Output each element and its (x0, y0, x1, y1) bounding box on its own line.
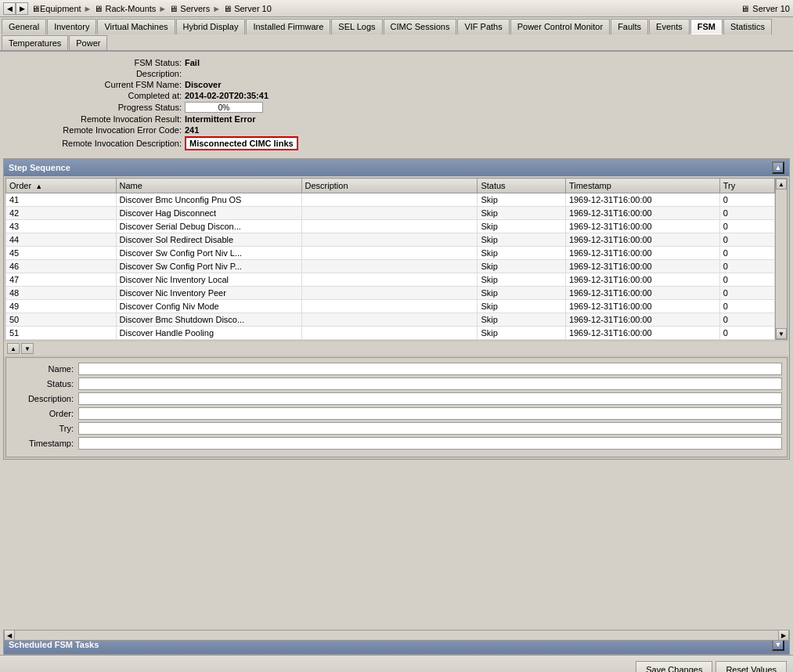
table-scrollbar-track (776, 190, 787, 328)
fsm-status-value: Fail (185, 58, 200, 67)
detail-try-label: Try: (11, 424, 74, 433)
tab-sel-logs[interactable]: SEL Logs (331, 19, 382, 34)
tab-inventory[interactable]: Inventory (47, 19, 96, 34)
table-scroll-bottom-btn[interactable]: ▼ (776, 328, 787, 339)
fsm-invocation-desc-label: Remote Invocation Description: (9, 139, 182, 148)
step-sequence-header: Step Sequence ▲ (4, 159, 789, 176)
nav-forward-button[interactable]: ▶ (16, 2, 28, 15)
detail-try-row: Try: (11, 422, 782, 435)
table-row[interactable]: 50Discover Bmc Shutdown Disco...Skip1969… (6, 313, 775, 327)
breadcrumb-server10[interactable]: 🖥 Server 10 (223, 4, 272, 13)
tab-faults[interactable]: Faults (611, 19, 648, 34)
table-cell-description (301, 287, 478, 300)
col-header-description[interactable]: Description (301, 179, 478, 193)
fsm-error-code-row: Remote Invocation Error Code: 241 (9, 125, 784, 135)
table-row[interactable]: 45Discover Sw Config Port Niv L...Skip19… (6, 247, 775, 260)
col-header-order[interactable]: Order ▲ (6, 179, 117, 193)
table-scroll-top-btn[interactable]: ▲ (776, 179, 787, 190)
detail-timestamp-label: Timestamp: (11, 439, 74, 448)
table-cell-description (301, 273, 478, 287)
fsm-description-label: Description: (9, 69, 182, 78)
tab-statistics[interactable]: Statistics (723, 19, 772, 34)
nav-back-button[interactable]: ◀ (3, 2, 16, 15)
table-cell-try: 0 (719, 220, 774, 233)
fsm-progress-value: 0% (218, 103, 229, 112)
fsm-error-code-value: 241 (185, 125, 199, 135)
table-cell-status: Skip (478, 193, 565, 207)
tab-virtual-machines[interactable]: Virtual Machines (97, 19, 175, 34)
fsm-completed-at-row: Completed at: 2014-02-20T20:35:41 (9, 91, 784, 100)
detail-try-field[interactable] (78, 422, 782, 435)
spacer (3, 463, 790, 652)
table-row[interactable]: 49Discover Config Niv ModeSkip1969-12-31… (6, 300, 775, 313)
table-cell-status: Skip (478, 273, 565, 287)
detail-status-field[interactable] (78, 378, 782, 390)
expand-down-btn[interactable]: ▼ (21, 343, 34, 354)
col-header-timestamp[interactable]: Timestamp (565, 179, 719, 193)
detail-name-row: Name: (11, 363, 782, 375)
col-header-status[interactable]: Status (478, 179, 565, 193)
reset-values-button[interactable]: Reset Values (716, 661, 787, 673)
col-header-try[interactable]: Try (719, 179, 774, 193)
table-row[interactable]: 48Discover Nic Inventory PeerSkip1969-12… (6, 287, 775, 300)
table-cell-try: 0 (719, 287, 774, 300)
breadcrumb-equipment[interactable]: Equipment (40, 4, 81, 13)
scroll-track[interactable] (15, 630, 778, 640)
table-cell-name: Discover Sol Redirect Disable (116, 233, 301, 247)
table-cell-status: Skip (478, 207, 565, 220)
fsm-invocation-result-value: Intermittent Error (185, 114, 255, 124)
table-row[interactable]: 43Discover Serial Debug Discon...Skip196… (6, 220, 775, 233)
tab-events[interactable]: Events (649, 19, 690, 34)
bottom-scrollbar[interactable]: ◀ ▶ (3, 630, 790, 641)
step-sequence-panel: Step Sequence ▲ Order ▲ Name Description (3, 158, 790, 460)
table-cell-name: Discover Bmc Shutdown Disco... (116, 313, 301, 327)
col-header-name[interactable]: Name (116, 179, 301, 193)
table-cell-description (301, 327, 478, 340)
table-row[interactable]: 42Discover Hag DisconnectSkip1969-12-31T… (6, 207, 775, 220)
tab-power-control-monitor[interactable]: Power Control Monitor (510, 19, 610, 34)
breadcrumb-rack-mounts[interactable]: 🖥 Rack-Mounts (94, 4, 156, 13)
detail-status-row: Status: (11, 378, 782, 390)
table-cell-status: Skip (478, 287, 565, 300)
breadcrumb-bar: ◀ ▶ 🖥 Equipment ► 🖥 Rack-Mounts ► 🖥 Serv… (0, 0, 793, 17)
tab-power[interactable]: Power (69, 35, 107, 50)
tab-hybrid-display[interactable]: Hybrid Display (176, 19, 246, 34)
expand-row: ▲ ▼ (4, 341, 789, 356)
detail-status-label: Status: (11, 379, 74, 388)
tab-vif-paths[interactable]: VIF Paths (457, 19, 509, 34)
step-sequence-collapse-btn[interactable]: ▲ (772, 161, 784, 174)
table-cell-try: 0 (719, 247, 774, 260)
table-cell-description (301, 233, 478, 247)
scroll-right-btn[interactable]: ▶ (778, 630, 789, 641)
table-cell-timestamp: 1969-12-31T16:00:00 (565, 327, 719, 340)
table-cell-status: Skip (478, 233, 565, 247)
scroll-left-btn[interactable]: ◀ (4, 630, 15, 641)
table-cell-status: Skip (478, 260, 565, 273)
table-cell-order: 51 (6, 327, 117, 340)
table-cell-status: Skip (478, 327, 565, 340)
detail-panel: Name: Status: Description: Order: Try: (5, 357, 788, 457)
detail-description-field[interactable] (78, 392, 782, 405)
table-row[interactable]: 51Discover Handle PoolingSkip1969-12-31T… (6, 327, 775, 340)
table-row[interactable]: 41Discover Bmc Unconfig Pnu OSSkip1969-1… (6, 193, 775, 207)
table-cell-order: 43 (6, 220, 117, 233)
tab-temperatures[interactable]: Temperatures (2, 35, 68, 50)
table-row[interactable]: 47Discover Nic Inventory LocalSkip1969-1… (6, 273, 775, 287)
table-cell-description (301, 260, 478, 273)
table-cell-timestamp: 1969-12-31T16:00:00 (565, 300, 719, 313)
detail-name-field[interactable] (78, 363, 782, 375)
detail-timestamp-row: Timestamp: (11, 437, 782, 450)
table-row[interactable]: 46Discover Sw Config Port Niv P...Skip19… (6, 260, 775, 273)
detail-timestamp-field[interactable] (78, 437, 782, 450)
tab-cimc-sessions[interactable]: CIMC Sessions (384, 19, 457, 34)
tab-general[interactable]: General (2, 19, 46, 34)
fsm-invocation-result-row: Remote Invocation Result: Intermittent E… (9, 114, 784, 124)
expand-up-btn[interactable]: ▲ (7, 343, 20, 354)
table-row[interactable]: 44Discover Sol Redirect DisableSkip1969-… (6, 233, 775, 247)
tab-installed-firmware[interactable]: Installed Firmware (246, 19, 330, 34)
detail-order-field[interactable] (78, 407, 782, 420)
step-table-scroll[interactable]: Order ▲ Name Description Status Timestam… (5, 178, 775, 340)
breadcrumb-servers[interactable]: 🖥 Servers (169, 4, 210, 13)
save-changes-button[interactable]: Save Changes (636, 661, 712, 673)
tab-fsm[interactable]: FSM (690, 19, 723, 34)
